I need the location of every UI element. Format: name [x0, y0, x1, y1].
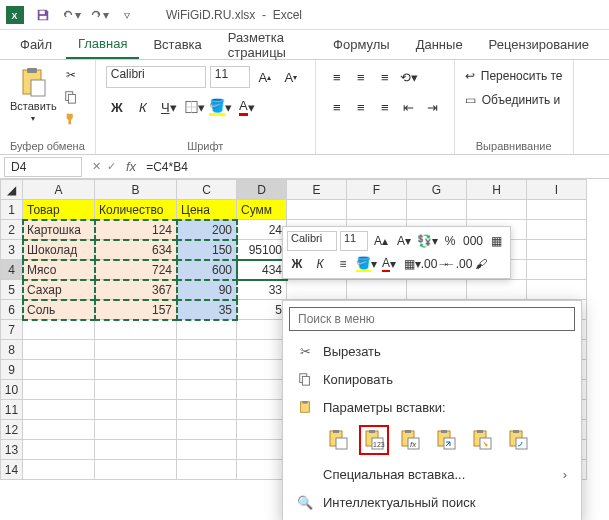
paste-transpose-icon[interactable] [431, 425, 461, 455]
mini-fill-color-icon[interactable]: 🪣▾ [356, 254, 376, 274]
mini-font-name[interactable]: Calibri [287, 231, 337, 251]
cell[interactable] [95, 360, 177, 380]
col-header-A[interactable]: A [23, 180, 95, 200]
font-size-select[interactable]: 11 [210, 66, 250, 88]
increase-font-icon[interactable]: A▴ [254, 66, 276, 88]
underline-button[interactable]: Ч▾ [158, 96, 180, 118]
font-name-select[interactable]: Calibri [106, 66, 206, 88]
format-painter-icon[interactable] [61, 110, 81, 128]
cm-paste-special[interactable]: Специальная вставка... › [289, 461, 575, 488]
cell-B2[interactable]: 124 [95, 220, 177, 240]
paste-formulas-icon[interactable]: fx [395, 425, 425, 455]
row-header-5[interactable]: 5 [1, 280, 23, 300]
cell-B4[interactable]: 724 [95, 260, 177, 280]
mini-font-color-icon[interactable]: A▾ [379, 254, 399, 274]
cell[interactable] [237, 340, 287, 360]
formula-input[interactable]: =C4*B4 [140, 160, 609, 174]
cell[interactable] [467, 200, 527, 220]
cell-D3[interactable]: 95100 [237, 240, 287, 260]
cell[interactable] [23, 400, 95, 420]
mini-borders-icon[interactable]: ▦▾ [402, 254, 422, 274]
wrap-text-button[interactable]: ↩ Переносить те [465, 66, 563, 86]
cell[interactable] [287, 280, 347, 300]
cm-cut[interactable]: ✂ Вырезать [289, 337, 575, 365]
mini-decrease-decimal-icon[interactable]: .00→ [425, 254, 445, 274]
increase-indent-icon[interactable]: ⇥ [422, 96, 444, 118]
cell-D2[interactable]: 24 [237, 220, 287, 240]
row-header-13[interactable]: 13 [1, 440, 23, 460]
cell[interactable] [177, 360, 237, 380]
cell[interactable] [23, 460, 95, 480]
col-header-H[interactable]: H [467, 180, 527, 200]
mini-decrease-font-icon[interactable]: A▾ [394, 231, 414, 251]
col-header-G[interactable]: G [407, 180, 467, 200]
row-header-7[interactable]: 7 [1, 320, 23, 340]
mini-font-size[interactable]: 11 [340, 231, 368, 251]
select-all-corner[interactable]: ◢ [1, 180, 23, 200]
col-header-E[interactable]: E [287, 180, 347, 200]
cell[interactable] [347, 280, 407, 300]
cell-A3[interactable]: Шоколад [23, 240, 95, 260]
col-header-C[interactable]: C [177, 180, 237, 200]
cell[interactable] [237, 440, 287, 460]
decrease-font-icon[interactable]: A▾ [280, 66, 302, 88]
row-header-3[interactable]: 3 [1, 240, 23, 260]
cell[interactable] [237, 360, 287, 380]
cell[interactable] [287, 200, 347, 220]
col-header-F[interactable]: F [347, 180, 407, 200]
cell[interactable] [23, 360, 95, 380]
cell-A2[interactable]: Картошка [23, 220, 95, 240]
cell-C2[interactable]: 200 [177, 220, 237, 240]
tab-data[interactable]: Данные [404, 31, 475, 58]
row-header-11[interactable]: 11 [1, 400, 23, 420]
merge-center-button[interactable]: ▭ Объединить и [465, 90, 561, 110]
paste-button[interactable]: Вставить ▾ [10, 66, 57, 123]
cell[interactable] [23, 420, 95, 440]
align-center-icon[interactable]: ≡ [350, 96, 372, 118]
fill-color-button[interactable]: 🪣▾ [210, 96, 232, 118]
cell-B3[interactable]: 634 [95, 240, 177, 260]
cell[interactable] [237, 380, 287, 400]
cell-A4[interactable]: Мясо [23, 260, 95, 280]
cut-icon[interactable]: ✂ [61, 66, 81, 84]
mini-center-icon[interactable]: ≡ [333, 254, 353, 274]
paste-all-icon[interactable] [323, 425, 353, 455]
cell[interactable] [177, 340, 237, 360]
align-bottom-icon[interactable]: ≡ [374, 66, 396, 88]
borders-button[interactable]: ▾ [184, 96, 206, 118]
cell[interactable] [177, 420, 237, 440]
cell-D4[interactable]: 434 [237, 260, 287, 280]
cell-C3[interactable]: 150 [177, 240, 237, 260]
mini-comma-icon[interactable]: 000 [463, 231, 483, 251]
italic-button[interactable]: К [132, 96, 154, 118]
cell[interactable] [95, 340, 177, 360]
row-header-10[interactable]: 10 [1, 380, 23, 400]
mini-format-painter-icon[interactable]: 🖌 [471, 254, 491, 274]
cell-A1[interactable]: Товар [23, 200, 95, 220]
orientation-icon[interactable]: ⟲▾ [398, 66, 420, 88]
cell[interactable] [95, 400, 177, 420]
qat-customize-icon[interactable]: ▿ [116, 4, 138, 26]
tab-home[interactable]: Главная [66, 30, 139, 59]
mini-italic-icon[interactable]: К [310, 254, 330, 274]
bold-button[interactable]: Ж [106, 96, 128, 118]
align-right-icon[interactable]: ≡ [374, 96, 396, 118]
cm-smart-lookup[interactable]: 🔍 Интеллектуальный поиск [289, 488, 575, 516]
mini-accounting-format-icon[interactable]: 💱▾ [417, 231, 437, 251]
cancel-formula-icon[interactable]: ✕ [92, 160, 101, 173]
row-header-4[interactable]: 4 [1, 260, 23, 280]
decrease-indent-icon[interactable]: ⇤ [398, 96, 420, 118]
cell[interactable] [23, 440, 95, 460]
cell[interactable] [95, 440, 177, 460]
mini-bold-icon[interactable]: Ж [287, 254, 307, 274]
row-header-8[interactable]: 8 [1, 340, 23, 360]
cell-C4[interactable]: 600 [177, 260, 237, 280]
mini-increase-decimal-icon[interactable]: ←.00 [448, 254, 468, 274]
cell[interactable] [177, 320, 237, 340]
row-header-14[interactable]: 14 [1, 460, 23, 480]
cell[interactable] [527, 260, 587, 280]
cell-D1[interactable]: Сумм [237, 200, 287, 220]
cell[interactable] [407, 200, 467, 220]
cell[interactable] [95, 420, 177, 440]
row-header-6[interactable]: 6 [1, 300, 23, 320]
